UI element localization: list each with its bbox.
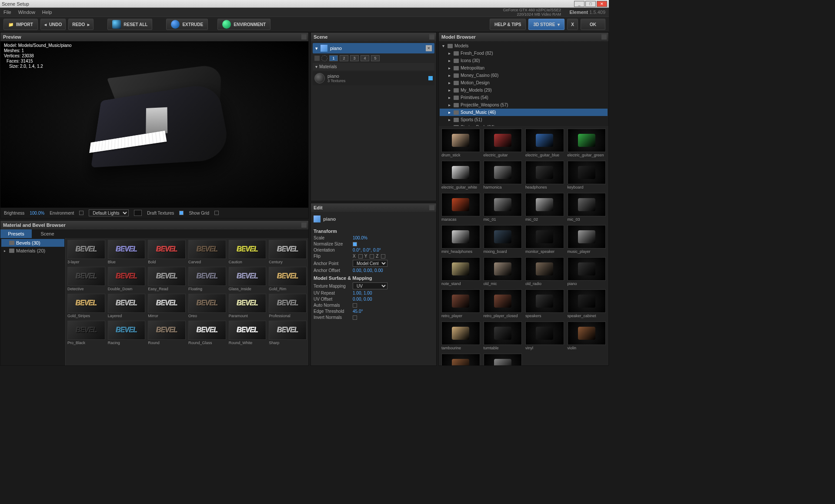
model-tree-item[interactable]: ▸ Money_Casino (60) — [440, 72, 608, 79]
model-tree-item[interactable]: ▸ Motion_Design — [440, 79, 608, 86]
model-tree-item[interactable]: ▸ Metropolitan — [440, 64, 608, 72]
model-browser-expand-icon[interactable] — [601, 34, 607, 40]
normalize-checkbox[interactable] — [353, 242, 357, 246]
scene-item-close[interactable]: ✕ — [426, 45, 432, 51]
model-item[interactable]: old_mic — [484, 257, 522, 286]
anchor-icon[interactable] — [314, 56, 320, 61]
bevel-item[interactable]: BEVEL Round_Glass — [188, 321, 226, 345]
tree-item-materials[interactable]: ▸Materials (20) — [1, 247, 64, 255]
model-item[interactable]: headphones — [525, 161, 564, 189]
model-item[interactable]: violin_bow — [441, 354, 480, 365]
bevel-item[interactable]: BEVEL Oreo — [188, 294, 226, 318]
model-tree-item[interactable]: ▸ My_Models (29) — [440, 86, 608, 94]
model-item[interactable]: retro_player — [441, 289, 480, 318]
preview-expand-icon[interactable] — [301, 34, 307, 40]
anchor-select[interactable]: Model Center — [353, 260, 387, 267]
model-item[interactable]: drum_stick — [441, 129, 480, 157]
model-item[interactable]: mic_02 — [525, 193, 564, 222]
bevel-item[interactable]: BEVEL Caution — [229, 240, 267, 264]
model-item[interactable]: speakers — [525, 289, 564, 318]
uv-repeat-value[interactable]: 1.00, 1.00 — [353, 291, 434, 295]
draft-textures-checkbox[interactable] — [179, 211, 184, 215]
import-button[interactable]: 📁 IMPORT — [3, 19, 38, 30]
tab-scene[interactable]: Scene — [32, 229, 63, 238]
model-item[interactable]: harmonica — [484, 161, 522, 189]
scene-expand-icon[interactable] — [429, 34, 434, 40]
edge-threshold-value[interactable]: 45.0° — [353, 309, 434, 314]
menu-window[interactable]: Window — [18, 10, 35, 15]
environment-button[interactable]: ENVIRONMENT — [217, 19, 271, 30]
orientation-value[interactable]: 0.0°, 0.0°, 0.0° — [353, 248, 434, 252]
model-item[interactable]: mini_headphones — [441, 225, 480, 254]
bevel-item[interactable]: BEVEL 3-layer — [67, 240, 105, 264]
model-tree-item[interactable]: ▸ Primitives (54) — [440, 94, 608, 101]
model-item[interactable]: piano — [568, 257, 606, 286]
group-5[interactable]: 5 — [371, 55, 380, 61]
bevel-item[interactable]: BEVEL Carved — [188, 240, 226, 264]
scale-value[interactable]: 100.0% — [353, 235, 434, 240]
group-2[interactable]: 2 — [340, 55, 348, 61]
model-tree-item[interactable]: ▸ Sports (51) — [440, 116, 608, 123]
model-item[interactable]: mic_01 — [484, 193, 522, 222]
uv-offset-value[interactable]: 0.00, 0.00 — [353, 297, 434, 302]
model-tree-item[interactable]: ▸ Fresh_Food (82) — [440, 50, 608, 57]
maximize-button[interactable]: □ — [585, 1, 596, 7]
bevel-item[interactable]: BEVEL Mirror — [148, 294, 186, 318]
model-item[interactable]: old_radio — [525, 257, 564, 286]
target-icon[interactable] — [321, 55, 327, 61]
menu-file[interactable]: File — [3, 10, 11, 15]
undo-button[interactable]: ◂ UNDO — [40, 19, 66, 30]
model-item[interactable]: keyboard — [568, 161, 606, 189]
3d-store-button[interactable]: 3D STORE ▾ — [528, 19, 564, 30]
bevel-item[interactable]: BEVEL Paramount — [229, 294, 267, 318]
bevel-item[interactable]: BEVEL Century — [269, 240, 307, 264]
scene-object-item[interactable]: ▾ piano ✕ — [313, 43, 434, 53]
bevel-item[interactable]: BEVEL Gold_Rim — [269, 267, 307, 291]
model-item[interactable]: electric_guitar_blue — [525, 129, 564, 157]
texture-mapping-select[interactable]: UV — [353, 282, 387, 289]
material-visible-checkbox[interactable] — [428, 76, 433, 80]
invert-normals-checkbox[interactable] — [353, 315, 357, 320]
flip-y-checkbox[interactable] — [370, 254, 374, 259]
tab-presets[interactable]: Presets — [0, 229, 32, 238]
scene-material-item[interactable]: piano 3 Textures — [313, 71, 434, 85]
bevel-item[interactable]: BEVEL Round — [148, 321, 186, 345]
model-tree-item[interactable]: ▸ Projectile_Weapons (57) — [440, 101, 608, 109]
model-tree-item[interactable]: ▸ Sound_Music (46) — [440, 109, 608, 116]
model-item[interactable]: violin — [568, 322, 606, 350]
model-item[interactable]: electric_guitar — [484, 129, 522, 157]
flip-z-checkbox[interactable] — [381, 254, 385, 259]
bevel-item[interactable]: BEVEL Detective — [67, 267, 105, 291]
model-item[interactable]: speaker_cabinet — [568, 289, 606, 318]
tree-item-bevels[interactable]: Bevels (30) — [1, 239, 64, 247]
model-tree-item[interactable]: ▸ Icons (30) — [440, 57, 608, 64]
ok-button[interactable]: OK — [581, 19, 605, 30]
model-item[interactable]: retro_player_closed — [484, 289, 522, 318]
bevel-item[interactable]: BEVEL Racing — [108, 321, 146, 345]
menu-help[interactable]: Help — [42, 10, 52, 15]
x-button[interactable]: X — [567, 19, 578, 30]
bevel-item[interactable]: BEVEL Pro_Black — [67, 321, 105, 345]
model-item[interactable]: vinyl — [525, 322, 564, 350]
group-3[interactable]: 3 — [350, 55, 359, 61]
reset-all-button[interactable]: RESET ALL — [107, 19, 152, 30]
bevel-item[interactable]: BEVEL Bold — [148, 240, 186, 264]
minimize-button[interactable]: _ — [574, 1, 584, 7]
auto-normals-checkbox[interactable] — [353, 303, 357, 308]
show-grid-checkbox[interactable] — [214, 211, 219, 215]
model-item[interactable]: turntable — [484, 322, 522, 350]
bevel-item[interactable]: BEVEL Sharp — [269, 321, 307, 345]
flip-x-checkbox[interactable] — [358, 254, 363, 259]
bg-color-swatch[interactable] — [134, 210, 142, 216]
extrude-button[interactable]: EXTRUDE — [166, 19, 208, 30]
close-button[interactable]: ✕ — [597, 1, 607, 7]
model-item[interactable]: mic_03 — [568, 193, 606, 222]
redo-button[interactable]: REDO ▸ — [68, 19, 94, 30]
bevel-item[interactable]: BEVEL Double_Down — [108, 267, 146, 291]
brightness-value[interactable]: 100.0% — [30, 211, 44, 216]
model-item[interactable]: xlr_cable — [484, 354, 522, 365]
bevel-item[interactable]: BEVEL Glass_Inside — [229, 267, 267, 291]
bevel-item[interactable]: BEVEL Layered — [108, 294, 146, 318]
lights-select[interactable]: Default Lights — [89, 209, 129, 216]
bevel-item[interactable]: BEVEL Professional — [269, 294, 307, 318]
